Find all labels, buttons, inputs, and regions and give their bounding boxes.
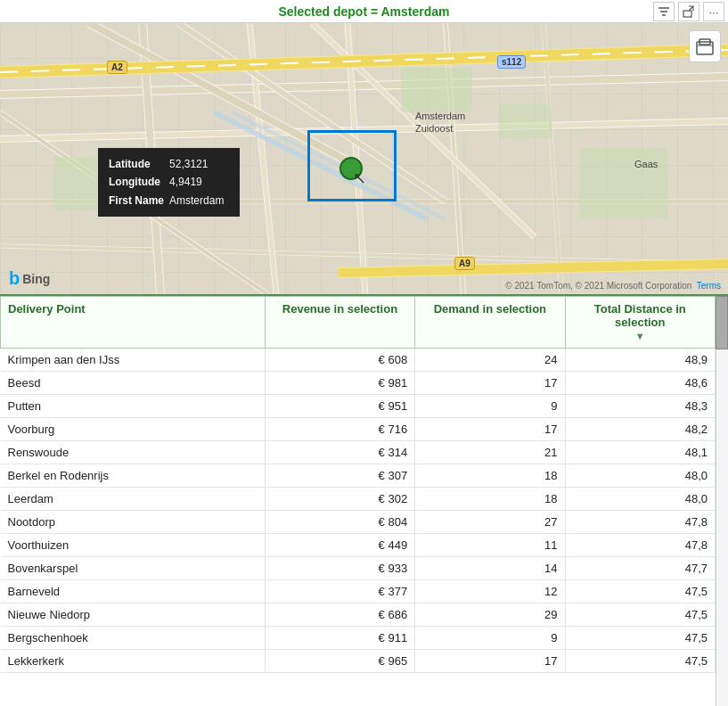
table-row[interactable]: Krimpen aan den IJss€ 6082448,9 bbox=[1, 349, 716, 372]
cell-delivery: Bovenkarspel bbox=[1, 557, 266, 580]
cell-revenue: € 933 bbox=[265, 557, 414, 580]
cell-delivery: Voorthuizen bbox=[1, 534, 266, 557]
cell-demand: 29 bbox=[415, 603, 565, 627]
cell-distance: 48,3 bbox=[565, 395, 715, 418]
table-row[interactable]: Voorburg€ 7161748,2 bbox=[1, 418, 716, 441]
cell-revenue: € 911 bbox=[265, 627, 414, 650]
svg-line-22 bbox=[544, 23, 561, 294]
svg-line-6 bbox=[0, 77, 728, 94]
cell-revenue: € 608 bbox=[265, 349, 414, 372]
cell-distance: 47,5 bbox=[565, 627, 715, 650]
tooltip-longitude-value: 4,9419 bbox=[169, 173, 229, 191]
tooltip-longitude-label: Longitude bbox=[109, 173, 169, 191]
cell-revenue: € 307 bbox=[265, 464, 414, 488]
export-button[interactable] bbox=[678, 2, 699, 21]
table-row[interactable]: Nootdorp€ 8042747,8 bbox=[1, 511, 716, 534]
cell-delivery: Nieuwe Niedorp bbox=[1, 603, 266, 627]
svg-line-35 bbox=[339, 264, 728, 273]
table-row[interactable]: Berkel en Rodenrijs€ 3071848,0 bbox=[1, 464, 716, 488]
cell-revenue: € 314 bbox=[265, 441, 414, 464]
map-capture-button[interactable] bbox=[689, 30, 721, 62]
table-row[interactable]: Bergschenhoek€ 911947,5 bbox=[1, 627, 716, 650]
page-title: Selected depot = Amsterdam bbox=[278, 4, 449, 19]
table-row[interactable]: Lekkerkerk€ 9651747,5 bbox=[1, 650, 716, 673]
table-row[interactable]: Renswoude€ 3142148,1 bbox=[1, 441, 716, 464]
table-row[interactable]: Putten€ 951948,3 bbox=[1, 395, 716, 418]
cell-demand: 14 bbox=[415, 557, 565, 580]
cell-revenue: € 716 bbox=[265, 418, 414, 441]
cell-delivery: Bergschenhoek bbox=[1, 627, 266, 650]
table-row[interactable]: Voorthuizen€ 4491147,8 bbox=[1, 534, 716, 557]
cell-distance: 47,5 bbox=[565, 603, 715, 627]
terms-link[interactable]: Terms bbox=[697, 281, 721, 291]
scroll-thumb[interactable] bbox=[716, 296, 728, 349]
cursor-icon: ↖ bbox=[353, 168, 366, 188]
cell-delivery: Putten bbox=[1, 395, 266, 418]
title-bar: Selected depot = Amsterdam bbox=[0, 0, 728, 23]
sort-indicator: ▼ bbox=[635, 331, 645, 341]
cell-delivery: Barneveld bbox=[1, 580, 266, 603]
cell-delivery: Krimpen aan den IJss bbox=[1, 349, 266, 372]
cell-demand: 11 bbox=[415, 534, 565, 557]
cell-delivery: Renswoude bbox=[1, 441, 266, 464]
cell-demand: 9 bbox=[415, 395, 565, 418]
cell-revenue: € 804 bbox=[265, 511, 414, 534]
map-panel: Selected depot = Amsterdam ··· bbox=[0, 0, 728, 294]
tooltip-latitude-value: 52,3121 bbox=[169, 155, 229, 173]
cell-distance: 47,5 bbox=[565, 650, 715, 673]
road-badge-a9: A9 bbox=[454, 257, 475, 270]
cell-demand: 17 bbox=[415, 418, 565, 441]
road-badge-a2: A2 bbox=[107, 61, 127, 74]
map-area[interactable]: A2 A9 s112 Amsterdam Zuidoost Gaas ↖ Lat… bbox=[0, 23, 728, 294]
tooltip-firstname-value: Amsterdam bbox=[169, 192, 229, 209]
cell-demand: 18 bbox=[415, 488, 565, 511]
cell-revenue: € 377 bbox=[265, 580, 414, 603]
city-label-gaas: Gaas bbox=[634, 159, 658, 169]
bing-logo: b Bing bbox=[9, 268, 50, 289]
svg-line-4 bbox=[689, 6, 693, 11]
cell-revenue: € 302 bbox=[265, 488, 414, 511]
cell-revenue: € 686 bbox=[265, 603, 414, 627]
cell-demand: 24 bbox=[415, 349, 565, 372]
table-container: Delivery Point Revenue in selection Dema… bbox=[0, 296, 716, 706]
col-header-delivery[interactable]: Delivery Point bbox=[1, 297, 266, 349]
table-row[interactable]: Bovenkarspel€ 9331447,7 bbox=[1, 557, 716, 580]
cell-distance: 47,5 bbox=[565, 580, 715, 603]
scrollbar[interactable] bbox=[716, 296, 728, 706]
cell-delivery: Voorburg bbox=[1, 418, 266, 441]
tooltip-latitude-label: Latitude bbox=[109, 155, 169, 173]
table-row[interactable]: Leerdam€ 3021848,0 bbox=[1, 488, 716, 511]
cell-distance: 48,9 bbox=[565, 349, 715, 372]
cell-distance: 48,2 bbox=[565, 418, 715, 441]
road-badge-s112: s112 bbox=[497, 55, 526, 69]
cell-delivery: Nootdorp bbox=[1, 511, 266, 534]
cell-delivery: Berkel en Rodenrijs bbox=[1, 464, 266, 488]
table-body: Krimpen aan den IJss€ 6082448,9Beesd€ 98… bbox=[1, 349, 716, 673]
table-row[interactable]: Barneveld€ 3771247,5 bbox=[1, 580, 716, 603]
table-row[interactable]: Beesd€ 9811748,6 bbox=[1, 372, 716, 395]
cell-demand: 9 bbox=[415, 627, 565, 650]
svg-rect-36 bbox=[401, 68, 472, 112]
cell-revenue: € 965 bbox=[265, 650, 414, 673]
table-row[interactable]: Nieuwe Niedorp€ 6862947,5 bbox=[1, 603, 716, 627]
map-copyright: © 2021 TomTom, © 2021 Microsoft Corporat… bbox=[505, 281, 721, 291]
cell-distance: 48,0 bbox=[565, 488, 715, 511]
svg-rect-37 bbox=[499, 103, 552, 139]
cell-delivery: Beesd bbox=[1, 372, 266, 395]
data-table-panel: Delivery Point Revenue in selection Dema… bbox=[0, 294, 728, 706]
svg-rect-3 bbox=[683, 11, 691, 17]
bing-text: Bing bbox=[22, 272, 50, 286]
cell-demand: 21 bbox=[415, 441, 565, 464]
col-header-distance[interactable]: Total Distance in selection ▼ bbox=[565, 297, 715, 349]
table-header-row: Delivery Point Revenue in selection Dema… bbox=[1, 297, 716, 349]
col-header-demand[interactable]: Demand in selection bbox=[415, 297, 565, 349]
more-button[interactable]: ··· bbox=[703, 2, 724, 21]
data-table: Delivery Point Revenue in selection Dema… bbox=[0, 296, 716, 673]
cell-distance: 48,0 bbox=[565, 464, 715, 488]
cell-delivery: Lekkerkerk bbox=[1, 650, 266, 673]
cell-revenue: € 951 bbox=[265, 395, 414, 418]
toolbar-icons: ··· bbox=[653, 2, 724, 21]
cell-distance: 47,8 bbox=[565, 534, 715, 557]
filter-button[interactable] bbox=[653, 2, 675, 21]
col-header-revenue[interactable]: Revenue in selection bbox=[265, 297, 414, 349]
